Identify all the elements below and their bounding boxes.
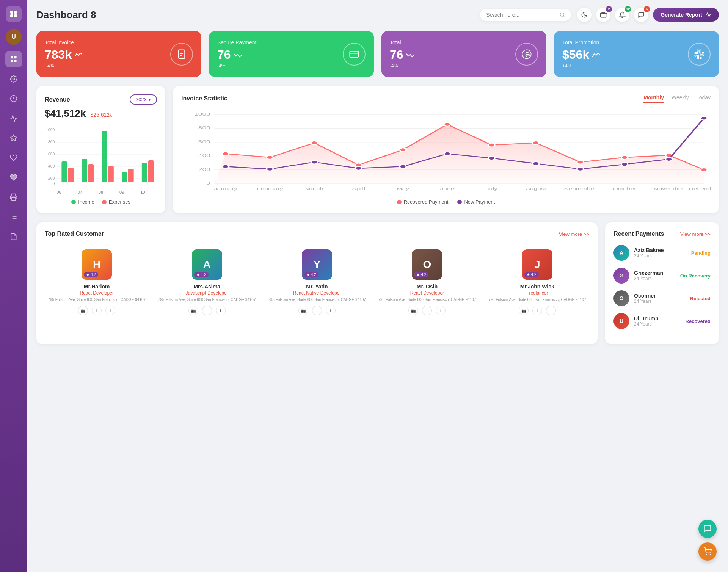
stat-card-payment: Secure Payment 76 -4% xyxy=(209,31,374,77)
line-chart-svg: 1000 800 600 400 200 0 xyxy=(181,107,711,194)
customer-photo-1: A ★4.2 xyxy=(192,249,222,280)
svg-text:August: August xyxy=(526,187,546,191)
svg-rect-2 xyxy=(10,14,13,17)
sidebar: U xyxy=(0,0,27,572)
customers-view-more[interactable]: View more >> xyxy=(559,231,589,237)
svg-point-81 xyxy=(355,166,362,170)
fab-support-button[interactable] xyxy=(698,520,717,538)
social-facebook-3[interactable]: f xyxy=(422,306,432,315)
total-label: Total xyxy=(390,39,414,45)
customer-name-2: Mr. Yatin xyxy=(306,284,328,290)
fab-cart-button[interactable] xyxy=(698,542,717,561)
social-facebook-0[interactable]: f xyxy=(92,306,102,315)
customer-photo-4: J ★4.2 xyxy=(522,249,552,280)
invoice-tabs: Monthly Weekly Today xyxy=(643,94,711,103)
user-avatar[interactable]: U xyxy=(6,29,22,45)
invoice-chart-card: Invoice Statistic Monthly Weekly Today xyxy=(173,86,719,213)
payment-age-2: 24 Years xyxy=(634,299,686,304)
svg-text:800: 800 xyxy=(198,126,210,130)
svg-text:1000: 1000 xyxy=(46,128,55,132)
list-item: H ★4.2 Mr.Hariom React Developer 795 Fol… xyxy=(45,245,149,320)
social-facebook-2[interactable]: f xyxy=(312,306,322,315)
line-chart-area: 1000 800 600 400 200 0 xyxy=(181,107,711,205)
svg-point-66 xyxy=(222,152,229,156)
svg-point-8 xyxy=(13,78,15,80)
social-instagram-0[interactable]: 📷 xyxy=(78,306,88,315)
svg-marker-65 xyxy=(214,124,704,183)
svg-rect-51 xyxy=(142,163,147,182)
theme-toggle-button[interactable] xyxy=(577,8,592,22)
header: Dashboard 8 2 12 5 Generate Report xyxy=(36,8,719,22)
payment-name-0: Aziz Bakree xyxy=(634,247,687,253)
sidebar-item-print[interactable] xyxy=(5,189,22,205)
sidebar-item-docs[interactable] xyxy=(5,228,22,245)
tab-monthly[interactable]: Monthly xyxy=(643,94,664,103)
customers-title: Top Rated Customer xyxy=(45,230,104,237)
social-instagram-4[interactable]: 📷 xyxy=(519,306,529,315)
expenses-dot xyxy=(102,200,107,204)
svg-text:0: 0 xyxy=(206,181,210,186)
customer-photo-3: O ★4.2 xyxy=(412,249,442,280)
header-icons: 2 12 5 Generate Report xyxy=(577,8,719,22)
svg-text:600: 600 xyxy=(48,152,55,156)
revenue-secondary: $25,612k xyxy=(90,112,112,118)
tab-today[interactable]: Today xyxy=(697,94,711,103)
invoice-label: Total invoice xyxy=(45,39,82,45)
legend-income: Income xyxy=(71,199,94,205)
social-instagram-2[interactable]: 📷 xyxy=(298,306,308,315)
customer-photo-2: Y ★4.2 xyxy=(302,249,332,280)
search-input[interactable] xyxy=(486,12,557,18)
sidebar-item-info[interactable] xyxy=(5,90,22,107)
svg-point-74 xyxy=(577,160,584,164)
sidebar-item-heart2[interactable] xyxy=(5,169,22,186)
payment-avatar-3: U xyxy=(613,313,629,329)
social-facebook-4[interactable]: f xyxy=(532,306,542,315)
customer-address-2: 795 Folsom Ave, Suite 600 San Francisco,… xyxy=(268,297,366,302)
payment-avatar-2: O xyxy=(613,290,629,306)
payment-status-2: Rejected xyxy=(690,296,711,301)
social-twitter-4[interactable]: t xyxy=(546,306,556,315)
payment-status-0: Pending xyxy=(691,250,711,256)
search-bar[interactable] xyxy=(480,9,571,21)
tab-weekly[interactable]: Weekly xyxy=(672,94,689,103)
sidebar-item-list[interactable] xyxy=(5,208,22,225)
customers-grid: H ★4.2 Mr.Hariom React Developer 795 Fol… xyxy=(45,245,589,320)
payment-age-0: 24 Years xyxy=(634,253,687,259)
stat-card-invoice: Total invoice 783k +4% xyxy=(36,31,201,77)
svg-rect-23 xyxy=(179,50,185,58)
svg-text:1000: 1000 xyxy=(194,112,210,117)
svg-point-87 xyxy=(621,163,628,166)
sidebar-item-star[interactable] xyxy=(5,130,22,146)
invoice-icon xyxy=(170,43,193,66)
svg-point-102 xyxy=(706,554,707,555)
line-chart-legend: Recovered Payment New Payment xyxy=(181,199,711,205)
social-twitter-1[interactable]: t xyxy=(216,306,226,315)
year-selector-button[interactable]: 2023 ▾ xyxy=(130,94,157,105)
recovered-dot xyxy=(397,200,402,204)
generate-report-button[interactable]: Generate Report xyxy=(653,8,719,22)
social-twitter-3[interactable]: t xyxy=(436,306,446,315)
stat-card-promotion: Total Promotion $56k +4% xyxy=(554,31,719,77)
social-instagram-1[interactable]: 📷 xyxy=(188,306,198,315)
svg-text:200: 200 xyxy=(198,167,210,172)
payments-view-more[interactable]: View more >> xyxy=(680,231,711,237)
social-instagram-3[interactable]: 📷 xyxy=(408,306,418,315)
social-twitter-2[interactable]: t xyxy=(326,306,336,315)
sidebar-item-dashboard[interactable] xyxy=(5,51,22,67)
list-item: O ★4.2 Mr. Osib React Developer 795 Fols… xyxy=(375,245,479,320)
sidebar-item-settings[interactable] xyxy=(5,71,22,87)
svg-text:0: 0 xyxy=(53,182,55,186)
social-facebook-1[interactable]: f xyxy=(202,306,212,315)
social-twitter-0[interactable]: t xyxy=(105,306,115,315)
sidebar-item-analytics[interactable] xyxy=(5,110,22,127)
app-logo[interactable] xyxy=(6,6,22,22)
customer-rating-0: ★4.2 xyxy=(84,272,98,277)
list-item: Y ★4.2 Mr. Yatin React Native Developer … xyxy=(265,245,369,320)
wallet-icon-button[interactable]: 2 xyxy=(596,8,610,22)
sidebar-item-heart[interactable] xyxy=(5,149,22,166)
svg-point-82 xyxy=(400,165,406,168)
bell-icon-button[interactable]: 12 xyxy=(615,8,629,22)
chat-icon-button[interactable]: 5 xyxy=(634,8,648,22)
svg-text:400: 400 xyxy=(198,154,210,158)
svg-text:May: May xyxy=(397,187,409,191)
